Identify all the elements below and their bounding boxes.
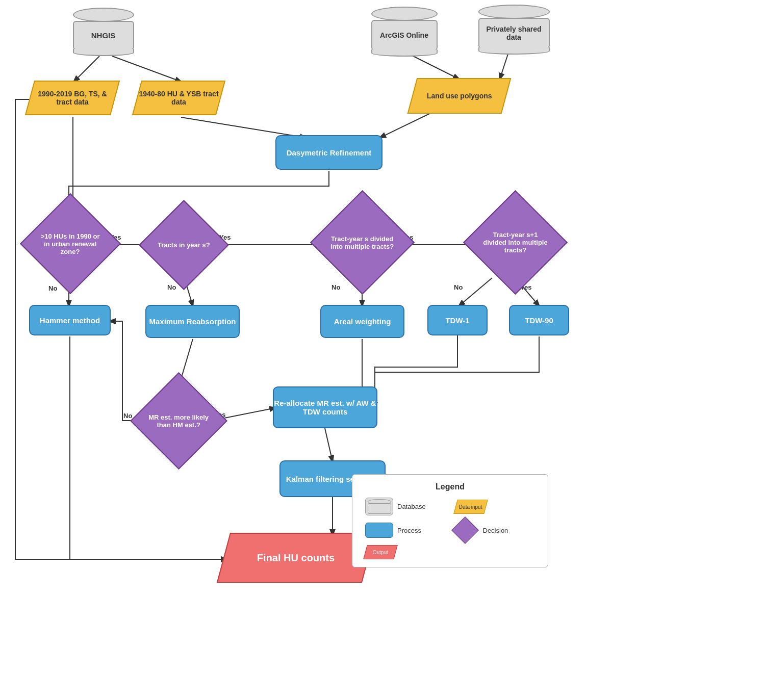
svg-text:No: No: [332, 283, 340, 291]
legend-datainput: Data input: [455, 500, 536, 514]
svg-line-3: [500, 51, 509, 79]
legend-database: Database: [365, 498, 445, 515]
legend-datainput-label: Data input: [459, 504, 482, 509]
tdw1-process: TDW-1: [427, 305, 488, 335]
legend-process: Process: [365, 523, 445, 538]
svg-text:No: No: [167, 283, 176, 291]
d-urban-decision: >10 HUs in 1990 or in urban renewal zone…: [20, 193, 121, 294]
data-1940-label: 1940-80 HU & YSB tract data: [138, 90, 220, 106]
legend-database-label: Database: [397, 503, 426, 510]
legend-process-label: Process: [397, 527, 421, 534]
d-urban-label: >10 HUs in 1990 or in urban renewal zone…: [36, 230, 105, 258]
arcgis-database: ArcGIS Online: [365, 6, 444, 57]
dasymetric-process: Dasymetric Refinement: [275, 135, 382, 170]
svg-line-0: [74, 56, 99, 82]
svg-text:No: No: [454, 283, 463, 291]
svg-line-2: [408, 54, 459, 79]
legend: Legend Database Data input Process: [352, 474, 548, 567]
legend-output: Output: [365, 545, 445, 559]
nhgis-label: NHGIS: [91, 31, 116, 40]
legend-decision-icon: [451, 516, 479, 544]
tdw90-process: TDW-90: [509, 305, 569, 335]
maxreab-process: Maximum Reabsorption: [145, 305, 240, 338]
maxreab-label: Maximum Reabsorption: [149, 317, 236, 326]
legend-title: Legend: [365, 482, 535, 491]
svg-line-4: [181, 117, 306, 138]
d-tracts-decision: Tracts in year s?: [139, 200, 229, 290]
d-divided-s1-decision: Tract-year s+1 divided into multiple tra…: [463, 190, 568, 295]
d-mr-decision: MR est. more likely than HM est.?: [130, 372, 227, 470]
private-label: Privately shared data: [479, 25, 549, 41]
svg-text:No: No: [123, 412, 132, 420]
data-1990-input: 1990-2019 BG, TS, & tract data: [25, 81, 120, 115]
landuse-label: Land use polygons: [427, 92, 492, 100]
hammer-process: Hammer method: [29, 305, 111, 335]
final-label: Final HU counts: [257, 552, 335, 564]
legend-decision-label: Decision: [483, 527, 508, 534]
d-divided-s1-label: Tract-year s+1 divided into multiple tra…: [479, 228, 551, 256]
legend-output-label: Output: [373, 550, 388, 555]
dasymetric-label: Dasymetric Refinement: [287, 148, 372, 157]
data-1990-label: 1990-2019 BG, TS, & tract data: [31, 90, 114, 106]
arcgis-label: ArcGIS Online: [380, 31, 428, 39]
legend-process-icon: [365, 523, 393, 538]
data-1940-input: 1940-80 HU & YSB tract data: [132, 81, 225, 115]
reallocate-process: Re-allocate MR est. w/ AW & TDW counts: [273, 386, 377, 428]
d-divided-s-decision: Tract-year s divided into multiple tract…: [310, 190, 415, 295]
d-mr-label: MR est. more likely than HM est.?: [145, 411, 212, 431]
tdw90-label: TDW-90: [525, 316, 553, 325]
svg-line-12: [459, 278, 492, 306]
d-divided-s-label: Tract-year s divided into multiple tract…: [326, 232, 398, 253]
landuse-input: Land use polygons: [407, 78, 512, 114]
svg-line-1: [112, 56, 181, 82]
svg-text:No: No: [48, 284, 57, 292]
areal-process: Areal weighting: [320, 305, 404, 338]
private-database: Privately shared data: [472, 4, 556, 55]
areal-label: Areal weighting: [334, 317, 391, 326]
legend-db-icon: [365, 498, 393, 515]
d-tracts-label: Tracts in year s?: [155, 239, 213, 251]
legend-output-icon: Output: [363, 545, 398, 559]
tdw1-label: TDW-1: [445, 316, 469, 325]
svg-line-18: [325, 428, 333, 461]
reallocate-label: Re-allocate MR est. w/ AW & TDW counts: [274, 399, 376, 416]
legend-datainput-icon: Data input: [453, 500, 488, 514]
hammer-label: Hammer method: [40, 316, 100, 325]
legend-decision: Decision: [455, 521, 536, 540]
nhgis-database: NHGIS: [66, 8, 140, 56]
